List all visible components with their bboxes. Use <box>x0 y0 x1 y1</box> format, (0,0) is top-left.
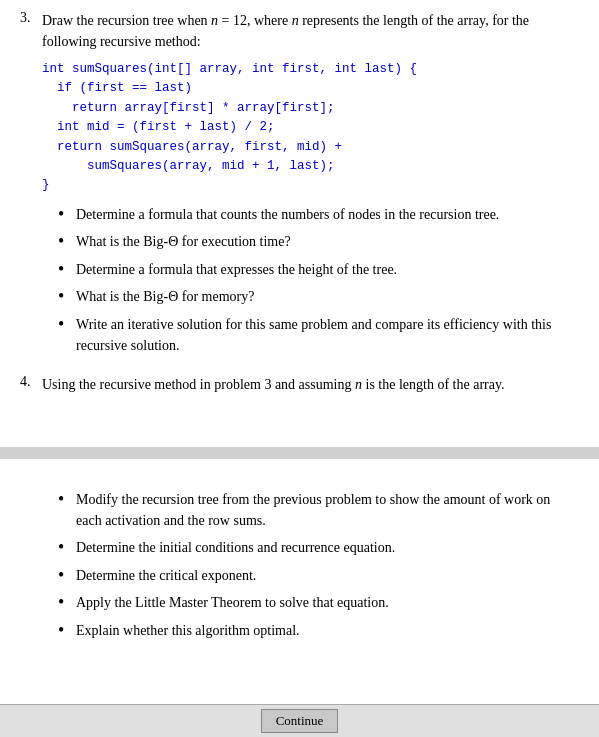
bullet-item: • Determine the critical exponent. <box>58 565 579 587</box>
bullet-text: Determine a formula that expresses the h… <box>76 259 397 280</box>
section-divider <box>0 447 599 459</box>
bullet-item: • Determine a formula that counts the nu… <box>58 204 579 226</box>
question-3-block: 3. Draw the recursion tree when n = 12, … <box>20 10 579 356</box>
bullet-item: • Explain whether this algorithm optimal… <box>58 620 579 642</box>
question-3-header: 3. Draw the recursion tree when n = 12, … <box>20 10 579 52</box>
page-content: 3. Draw the recursion tree when n = 12, … <box>0 0 599 433</box>
bullet-text: Determine the initial conditions and rec… <box>76 537 395 558</box>
code-block: int sumSquares(int[] array, int first, i… <box>42 60 579 196</box>
bullet-text: Determine the critical exponent. <box>76 565 256 586</box>
bullet-item: • Determine a formula that expresses the… <box>58 259 579 281</box>
continue-button[interactable]: Continue <box>261 709 339 733</box>
section-bottom: • Modify the recursion tree from the pre… <box>0 473 599 667</box>
bottom-navigation-bar: Continue <box>0 704 599 737</box>
question-4-header: 4. Using the recursive method in problem… <box>20 374 579 395</box>
bullet-text: Write an iterative solution for this sam… <box>76 314 579 356</box>
bullet-item: • Determine the initial conditions and r… <box>58 537 579 559</box>
bullet-text: Apply the Little Master Theorem to solve… <box>76 592 389 613</box>
bullet-text: What is the Big-Θ for execution time? <box>76 231 291 252</box>
bullet-item: • Modify the recursion tree from the pre… <box>58 489 579 531</box>
question-4-intro: Using the recursive method in problem 3 … <box>42 374 505 395</box>
question-4-number: 4. <box>20 374 42 390</box>
question-3-number: 3. <box>20 10 42 26</box>
bullet-item: • Apply the Little Master Theorem to sol… <box>58 592 579 614</box>
question-4-bullets: • Modify the recursion tree from the pre… <box>58 489 579 641</box>
bullet-text: Modify the recursion tree from the previ… <box>76 489 579 531</box>
bullet-text: Determine a formula that counts the numb… <box>76 204 499 225</box>
question-3-intro: Draw the recursion tree when n = 12, whe… <box>42 10 579 52</box>
bullet-item: • Write an iterative solution for this s… <box>58 314 579 356</box>
bullet-text: Explain whether this algorithm optimal. <box>76 620 300 641</box>
bullet-text: What is the Big-Θ for memory? <box>76 286 254 307</box>
bullet-item: • What is the Big-Θ for memory? <box>58 286 579 308</box>
bullet-item: • What is the Big-Θ for execution time? <box>58 231 579 253</box>
question-4-block: 4. Using the recursive method in problem… <box>20 374 579 395</box>
question-3-bullets: • Determine a formula that counts the nu… <box>58 204 579 356</box>
